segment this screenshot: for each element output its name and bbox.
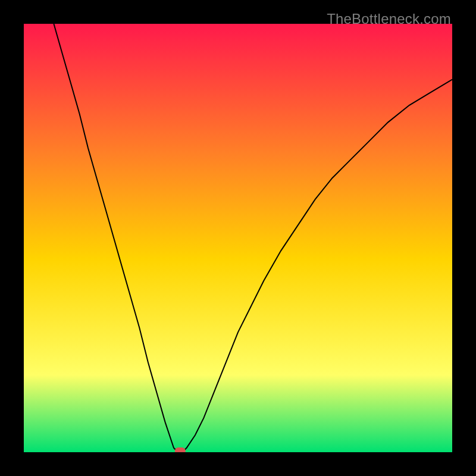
optimal-point-marker — [175, 447, 186, 452]
chart-frame: TheBottleneck.com — [0, 0, 476, 476]
plot-area — [24, 24, 452, 452]
gradient-background — [24, 24, 452, 452]
chart-svg — [24, 24, 452, 452]
